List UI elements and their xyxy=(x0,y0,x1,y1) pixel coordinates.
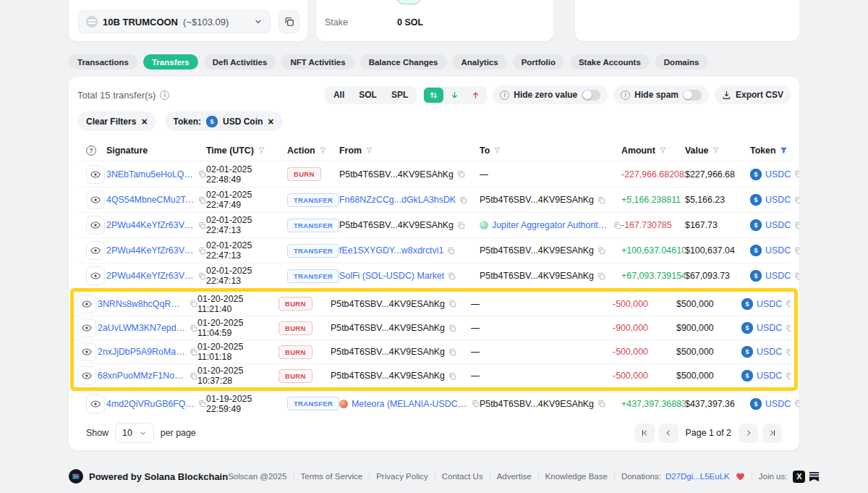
copy-icon[interactable] xyxy=(786,372,791,380)
preview-button[interactable] xyxy=(77,366,96,385)
copy-icon[interactable] xyxy=(597,400,605,408)
from-address[interactable]: P5tb4T6SBV...4KV9ESAhKg xyxy=(331,299,445,309)
tab-domains[interactable]: Domains xyxy=(655,54,708,69)
from-address[interactable]: Fn68NZzCCg...dGkLA3hsDK xyxy=(339,195,456,205)
copy-icon[interactable] xyxy=(198,170,206,178)
footer-link-advertise[interactable]: Advertise xyxy=(497,472,532,481)
close-icon[interactable]: × xyxy=(268,117,273,127)
sort-out-button[interactable] xyxy=(466,88,485,103)
token-link[interactable]: USDC xyxy=(757,299,782,309)
prev-page-button[interactable] xyxy=(659,424,678,443)
copy-icon[interactable] xyxy=(794,247,799,255)
column-header-action[interactable]: Action xyxy=(287,146,339,156)
preview-button[interactable] xyxy=(77,319,96,337)
to-address[interactable]: Jupiter Aggregator Authority 11 xyxy=(492,220,610,230)
copy-icon[interactable] xyxy=(786,324,791,332)
signature-link[interactable]: 3NEbTamu5eHoLQC... xyxy=(106,169,195,180)
signature-link[interactable]: 2aUvLWM3KN7epdS... xyxy=(98,323,186,333)
tab-portfolio[interactable]: Portfolio xyxy=(513,54,564,69)
token-link[interactable]: USDC xyxy=(765,271,791,281)
to-address[interactable]: P5tb4T6SBV...4KV9ESAhKg xyxy=(480,399,594,409)
donations-address-link[interactable]: D27Dgi...L5EuLK xyxy=(665,472,730,481)
copy-icon[interactable] xyxy=(794,400,799,408)
column-header-time-utc[interactable]: Time (UTC) xyxy=(206,146,287,156)
type-filter-spl[interactable]: SPL xyxy=(384,86,415,104)
filter-funnel-icon[interactable] xyxy=(780,146,788,154)
copy-icon[interactable] xyxy=(198,196,206,204)
filter-funnel-icon[interactable] xyxy=(258,146,265,154)
signature-link[interactable]: 68xnPuoMMzF1Nos... xyxy=(98,371,186,381)
filter-funnel-icon[interactable] xyxy=(659,146,667,154)
from-address[interactable]: fEe1SXYGDY...w8xdrctvi1 xyxy=(339,245,443,256)
column-header-to[interactable]: To xyxy=(480,146,621,156)
sort-in-button[interactable] xyxy=(445,88,464,103)
info-icon[interactable]: i xyxy=(160,90,169,100)
tab-defi-activities[interactable]: Defi Activities xyxy=(204,54,276,69)
column-header-from[interactable]: From xyxy=(339,146,480,156)
preview-button[interactable] xyxy=(86,266,105,285)
copy-icon[interactable] xyxy=(448,348,456,356)
export-csv-button[interactable]: Export CSV xyxy=(715,85,791,104)
footer-link-privacy-policy[interactable]: Privacy Policy xyxy=(376,472,428,481)
close-icon[interactable]: × xyxy=(141,117,147,127)
from-address[interactable]: P5tb4T6SBV...4KV9ESAhKg xyxy=(331,323,445,333)
preview-button[interactable] xyxy=(77,295,96,313)
signature-link[interactable]: 4md2QiVRuGB6FQhf... xyxy=(106,399,195,409)
preview-button[interactable] xyxy=(86,216,105,235)
column-header-amount[interactable]: Amount xyxy=(621,146,685,156)
copy-icon[interactable] xyxy=(198,400,206,408)
clear-filters-chip[interactable]: Clear Filters × xyxy=(77,111,156,131)
token-link[interactable]: USDC xyxy=(757,323,782,333)
preview-button[interactable] xyxy=(86,395,105,413)
to-address[interactable]: P5tb4T6SBV...4KV9ESAhKg xyxy=(480,245,594,256)
to-address[interactable]: P5tb4T6SBV...4KV9ESAhKg xyxy=(480,195,594,205)
copy-icon[interactable] xyxy=(794,170,799,178)
from-address[interactable]: P5tb4T6SBV...4KV9ESAhKg xyxy=(331,371,445,381)
toggle-switch[interactable] xyxy=(683,90,702,101)
x-twitter-icon[interactable]: X xyxy=(793,471,805,483)
footer-link-solscan-2025[interactable]: Solscan @2025 xyxy=(228,472,286,481)
column-header-value[interactable]: Value xyxy=(685,146,750,156)
copy-icon[interactable] xyxy=(786,300,791,308)
filter-funnel-icon[interactable] xyxy=(365,146,373,154)
copy-icon[interactable] xyxy=(794,196,799,204)
token-link[interactable]: USDC xyxy=(757,347,782,357)
token-filter-chip[interactable]: Token: $ USD Coin × xyxy=(165,111,283,131)
from-address[interactable]: Meteora (MELANIA-USDC) Ma... xyxy=(352,399,468,409)
token-link[interactable]: USDC xyxy=(765,195,791,205)
copy-icon[interactable] xyxy=(448,300,456,308)
question-circle-icon[interactable]: ? xyxy=(86,146,96,156)
to-address[interactable]: P5tb4T6SBV...4KV9ESAhKg xyxy=(480,271,594,281)
copy-icon[interactable] xyxy=(198,222,206,229)
from-address[interactable]: SolFi (SOL-USDC) Market xyxy=(339,271,444,281)
filter-funnel-icon[interactable] xyxy=(319,146,327,154)
token-selector-dropdown[interactable]: 10B TRUMCOON (~$103.09) xyxy=(78,10,271,33)
first-page-button[interactable] xyxy=(635,424,655,443)
copy-icon[interactable] xyxy=(198,247,206,255)
copy-icon[interactable] xyxy=(472,400,480,408)
sort-both-button[interactable] xyxy=(424,88,443,103)
column-header-token[interactable]: Token xyxy=(750,146,799,156)
copy-icon[interactable] xyxy=(190,348,197,356)
preview-button[interactable] xyxy=(86,190,105,209)
preview-button[interactable] xyxy=(77,342,96,361)
signature-link[interactable]: 2PWu44KeYfZr63V3... xyxy=(106,245,195,256)
signature-link[interactable]: 2PWu44KeYfZr63V3... xyxy=(106,220,195,230)
copy-icon[interactable] xyxy=(597,196,605,204)
copy-icon[interactable] xyxy=(447,247,455,255)
last-page-button[interactable] xyxy=(762,424,782,443)
token-link[interactable]: USDC xyxy=(765,169,791,180)
hide-zero-value-toggle[interactable]: i Hide zero value xyxy=(493,85,608,104)
copy-icon[interactable] xyxy=(794,272,799,280)
tab-transactions[interactable]: Transactions xyxy=(69,54,137,69)
signature-link[interactable]: 2nxJjDbP5A9RoMaN... xyxy=(98,347,186,357)
next-page-button[interactable] xyxy=(739,424,758,443)
toggle-switch[interactable] xyxy=(582,90,600,101)
copy-icon[interactable] xyxy=(448,324,456,332)
copy-token-button[interactable] xyxy=(278,10,299,33)
filter-funnel-icon[interactable] xyxy=(712,146,720,154)
type-filter-sol[interactable]: SOL xyxy=(352,86,384,104)
copy-icon[interactable] xyxy=(457,170,465,178)
token-link[interactable]: USDC xyxy=(765,245,791,256)
copy-icon[interactable] xyxy=(613,222,621,229)
